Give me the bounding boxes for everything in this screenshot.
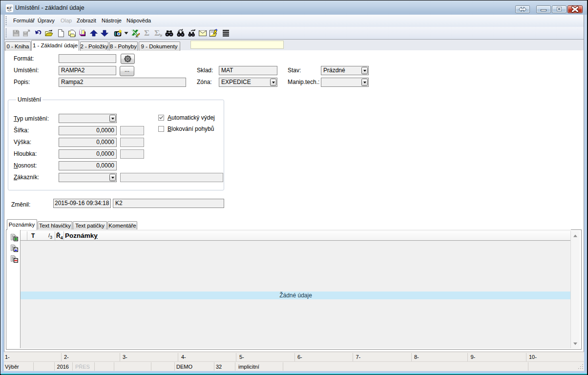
svg-text:K2: K2: [7, 6, 11, 10]
